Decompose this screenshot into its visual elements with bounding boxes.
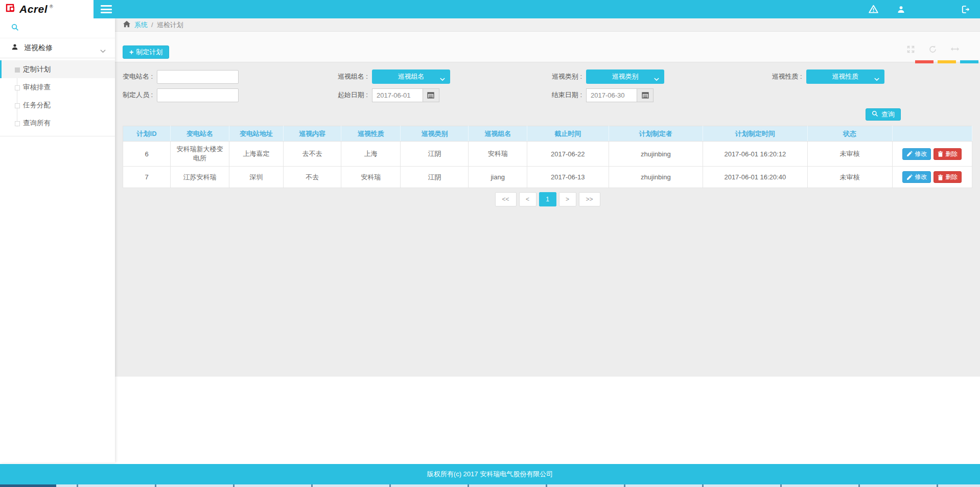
filter-spacer [772, 88, 972, 102]
home-icon [123, 20, 131, 29]
filter-end-date: 结束日期 : [552, 88, 772, 102]
sidebar-item-query-all[interactable]: 查询所有 [0, 114, 115, 132]
brand: Acrel ® [0, 0, 94, 18]
query-row: 查询 [123, 108, 972, 121]
table-cell: 上海嘉定 [229, 142, 283, 167]
table-cell: 江阴 [401, 142, 469, 167]
resize-horizontal-icon[interactable] [950, 45, 960, 56]
col-header-patrol-category: 巡视类别 [401, 126, 469, 142]
table-cell: 2017-06-01 16:20:40 [703, 167, 807, 188]
delete-button[interactable]: 删除 [934, 171, 962, 183]
group-select[interactable]: 巡视组名 [372, 69, 450, 84]
col-header-station-name: 变电站名 [171, 126, 229, 142]
col-header-station-address: 变电站地址 [229, 126, 283, 142]
delete-button[interactable]: 删除 [934, 148, 962, 160]
sidebar-item-review-check[interactable]: 审核排查 [0, 78, 115, 96]
sidebar-submenu: 定制计划 审核排查 任务分配 查询所有 [0, 58, 115, 136]
table-cell: 安科瑞 [341, 167, 401, 188]
table-cell: 7 [123, 167, 171, 188]
filter-group: 巡视组名 : 巡视组名 [338, 69, 552, 84]
plan-table: 计划ID 变电站名 变电站地址 巡视内容 巡视性质 巡视类别 巡视组名 截止时间… [123, 126, 972, 188]
table-cell: 未审核 [807, 167, 892, 188]
table-cell: 安科瑞 [469, 142, 527, 167]
edit-button[interactable]: 修改 [902, 171, 931, 183]
accent-bars [915, 60, 978, 63]
pagination-last[interactable]: >> [579, 192, 600, 206]
pagination-page-1[interactable]: 1 [539, 192, 556, 206]
nature-select[interactable]: 巡视性质 [806, 69, 884, 84]
accent-bar-yellow [938, 60, 956, 63]
col-header-patrol-nature: 巡视性质 [341, 126, 401, 142]
sidebar-parent-label: 巡视检修 [24, 43, 53, 53]
filter-station: 变电站名 : [123, 69, 338, 84]
sidebar-item-inspection-maintenance[interactable]: 巡视检修 [0, 38, 115, 58]
filter-start-date: 起始日期 : [338, 88, 552, 102]
planner-label: 制定人员 : [123, 90, 153, 100]
calendar-icon[interactable] [637, 88, 654, 102]
pagination-next[interactable]: > [559, 192, 576, 206]
hamburger-icon[interactable] [101, 5, 112, 13]
sidebar-item-task-assignment[interactable]: 任务分配 [0, 96, 115, 114]
table-cell: 深圳 [229, 167, 283, 188]
copyright-text: 版权所有(c) 2017 安科瑞电气股份有限公司 [427, 470, 553, 479]
table-cell: jiang [469, 167, 527, 188]
calendar-icon[interactable] [423, 88, 439, 102]
plan-table-body: 6安科瑞新大楼变电所上海嘉定去不去上海江阴安科瑞2017-06-22zhujin… [123, 142, 972, 188]
user-icon[interactable] [894, 3, 907, 16]
pagination-prev[interactable]: < [519, 192, 536, 206]
table-cell: 2017-06-01 16:20:12 [703, 142, 807, 167]
edit-icon [906, 151, 913, 157]
taskbar-sliver [0, 484, 980, 487]
page: Acrel ® 巡视检修 [0, 0, 980, 487]
logout-icon[interactable] [959, 3, 972, 16]
warning-icon[interactable] [867, 3, 880, 16]
col-header-plan-made-time: 计划制定时间 [703, 126, 807, 142]
sidebar-item-customize-plan[interactable]: 定制计划 [0, 60, 115, 78]
pagination-first[interactable]: << [495, 192, 517, 206]
row-actions: 修改删除 [892, 142, 972, 167]
start-date-input[interactable] [372, 88, 423, 102]
accent-bar-red [915, 60, 934, 63]
start-date-label: 起始日期 : [338, 90, 368, 100]
table-cell: 江苏安科瑞 [171, 167, 229, 188]
expand-icon[interactable] [906, 45, 915, 56]
breadcrumb-section: 系统 [134, 20, 148, 30]
brand-registered-mark: ® [50, 4, 53, 9]
planner-input[interactable] [157, 88, 239, 102]
breadcrumb-home-link[interactable]: 系统 [123, 20, 148, 30]
panel-tools [906, 45, 960, 56]
category-select[interactable]: 巡视类别 [586, 69, 664, 84]
edit-button[interactable]: 修改 [902, 148, 931, 160]
end-date-label: 结束日期 : [552, 90, 582, 100]
col-header-plan-id: 计划ID [123, 126, 171, 142]
search-icon [872, 110, 878, 119]
person-icon [11, 43, 18, 53]
topbar-actions [867, 3, 980, 16]
col-header-plan-maker: 计划制定者 [609, 126, 703, 142]
table-cell: 江阴 [401, 167, 469, 188]
end-date-input[interactable] [586, 88, 637, 102]
table-cell: 2017-06-22 [527, 142, 609, 167]
nature-label: 巡视性质 : [772, 72, 802, 81]
search-icon [11, 24, 19, 33]
footer: 版权所有(c) 2017 安科瑞电气股份有限公司 [0, 464, 980, 484]
breadcrumb-current: 巡检计划 [157, 20, 183, 30]
brand-name: Acrel [19, 3, 48, 15]
table-cell: 不去 [284, 167, 341, 188]
table-cell: 6 [123, 142, 171, 167]
query-button[interactable]: 查询 [866, 108, 901, 121]
trash-icon [938, 151, 943, 157]
chevron-down-icon [440, 75, 445, 83]
station-label: 变电站名 : [123, 72, 153, 81]
station-input[interactable] [157, 70, 239, 84]
table-cell: zhujinbing [609, 167, 703, 188]
breadcrumb-separator: / [151, 21, 153, 29]
create-plan-button[interactable]: + 制定计划 [123, 45, 169, 59]
col-header-actions [892, 126, 972, 142]
table-cell: 2017-06-13 [527, 167, 609, 188]
refresh-icon[interactable] [928, 45, 937, 56]
sidebar-search[interactable] [0, 18, 115, 38]
chevron-down-icon [654, 75, 659, 83]
col-header-status: 状态 [807, 126, 892, 142]
acrel-logo-icon [5, 2, 17, 16]
